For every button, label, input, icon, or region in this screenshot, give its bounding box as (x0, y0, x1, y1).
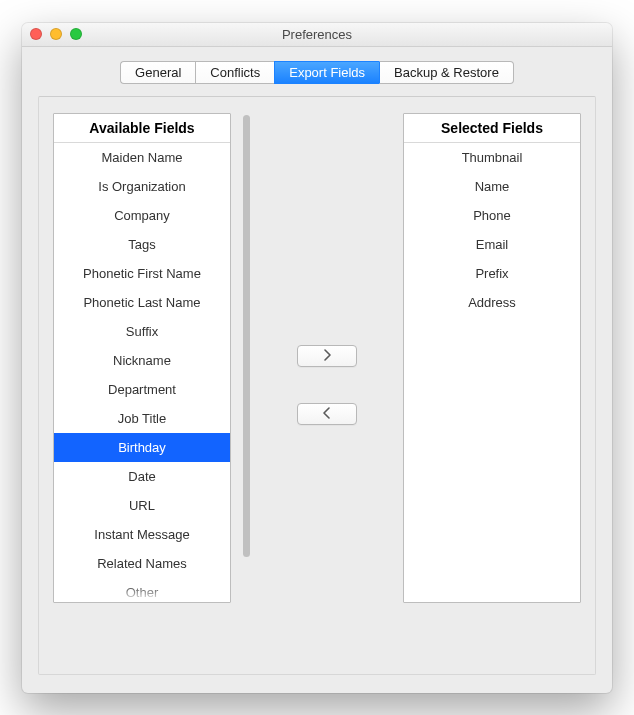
window-title: Preferences (22, 23, 612, 46)
preferences-window: Preferences GeneralConflictsExport Field… (22, 23, 612, 693)
list-item[interactable]: Phonetic Last Name (54, 288, 230, 317)
list-item[interactable]: Address (404, 288, 580, 317)
list-item[interactable]: Is Organization (54, 172, 230, 201)
list-item[interactable]: Company (54, 201, 230, 230)
list-item[interactable]: Related Names (54, 549, 230, 578)
list-item[interactable]: Department (54, 375, 230, 404)
list-item[interactable]: Suffix (54, 317, 230, 346)
list-item[interactable]: Other (54, 578, 230, 602)
move-right-button[interactable] (297, 345, 357, 367)
tab-segmented-control: GeneralConflictsExport FieldsBackup & Re… (120, 61, 514, 84)
move-left-button[interactable] (297, 403, 357, 425)
available-fields-header: Available Fields (54, 114, 230, 143)
list-item[interactable]: Date (54, 462, 230, 491)
list-item[interactable]: Thumbnail (404, 143, 580, 172)
tab-backup-restore[interactable]: Backup & Restore (379, 61, 514, 84)
list-item[interactable]: Birthday (54, 433, 230, 462)
tab-bar: GeneralConflictsExport FieldsBackup & Re… (22, 47, 612, 90)
available-fields-list[interactable]: Available Fields Maiden NameIs Organizat… (53, 113, 231, 603)
available-scrollbar[interactable] (241, 113, 251, 603)
list-item[interactable]: Job Title (54, 404, 230, 433)
tab-general[interactable]: General (120, 61, 195, 84)
list-item[interactable]: Name (404, 172, 580, 201)
move-buttons (261, 113, 393, 658)
titlebar: Preferences (22, 23, 612, 47)
chevron-left-icon (322, 407, 332, 422)
list-item[interactable]: Phone (404, 201, 580, 230)
list-item[interactable]: Tags (54, 230, 230, 259)
list-item[interactable]: URL (54, 491, 230, 520)
selected-fields-header: Selected Fields (404, 114, 580, 143)
list-item[interactable]: Maiden Name (54, 143, 230, 172)
scrollbar-thumb[interactable] (243, 115, 250, 557)
selected-fields-list[interactable]: Selected Fields ThumbnailNamePhoneEmailP… (403, 113, 581, 603)
list-item[interactable]: Instant Message (54, 520, 230, 549)
chevron-right-icon (322, 349, 332, 364)
list-item[interactable]: Email (404, 230, 580, 259)
export-fields-panel: Available Fields Maiden NameIs Organizat… (38, 96, 596, 675)
list-item[interactable]: Prefix (404, 259, 580, 288)
list-item[interactable]: Phonetic First Name (54, 259, 230, 288)
tab-conflicts[interactable]: Conflicts (195, 61, 274, 84)
list-item[interactable]: Nickname (54, 346, 230, 375)
tab-export-fields[interactable]: Export Fields (274, 61, 379, 84)
